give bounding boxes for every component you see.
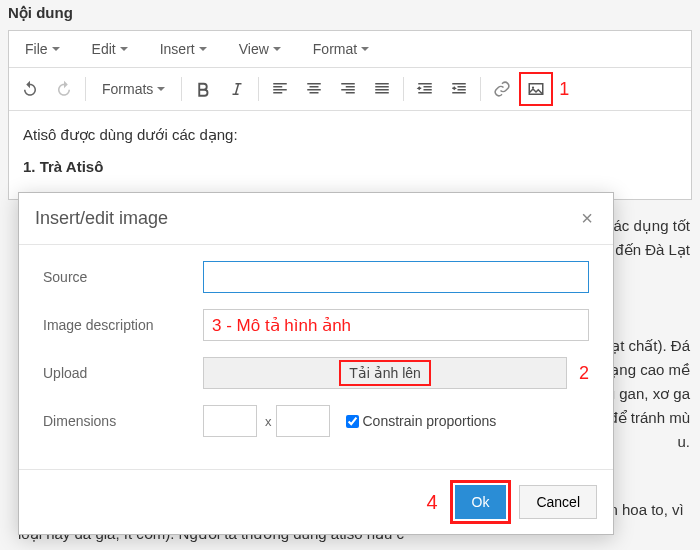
indent-icon [450,80,468,98]
separator [480,77,481,101]
undo-button[interactable] [13,72,47,106]
undo-icon [21,80,39,98]
bold-icon [194,80,212,98]
align-center-icon [305,80,323,98]
italic-button[interactable] [220,72,254,106]
editor-content[interactable]: Atisô được dùng dưới các dạng: 1. Trà At… [9,111,691,199]
indent-button[interactable] [442,72,476,106]
ok-button[interactable]: Ok [455,485,507,519]
menu-view-label: View [239,41,269,57]
image-icon [527,80,545,98]
dialog-footer: 4 Ok Cancel [19,469,613,534]
annotation-2: 2 [579,363,589,384]
toolbar: Formats 1 [9,68,691,111]
separator [403,77,404,101]
align-right-icon [339,80,357,98]
field-title: Nội dung [0,0,700,30]
upload-label: Upload [43,365,203,381]
caret-icon [52,47,60,51]
dimensions-label: Dimensions [43,413,203,429]
insert-image-button[interactable] [519,72,553,106]
formats-dropdown[interactable]: Formats [90,72,177,106]
description-input[interactable]: 3 - Mô tả hình ảnh [203,309,589,341]
link-icon [493,80,511,98]
annotation-4: 4 [426,491,437,514]
upload-button[interactable]: Tải ảnh lên [203,357,567,389]
outdent-icon [416,80,434,98]
editor: File Edit Insert View Format Formats 1 A… [8,30,692,200]
source-input[interactable] [203,261,589,293]
insert-image-dialog: Insert/edit image × Source Image descrip… [18,192,614,535]
menu-view[interactable]: View [223,31,297,67]
dialog-header: Insert/edit image × [19,193,613,245]
content-intro: Atisô được dùng dưới các dạng: [23,123,677,147]
caret-icon [120,47,128,51]
align-justify-button[interactable] [365,72,399,106]
upload-button-label: Tải ảnh lên [339,360,431,386]
cancel-button[interactable]: Cancel [519,485,597,519]
align-justify-icon [373,80,391,98]
separator [258,77,259,101]
bg-line: u. [677,433,690,450]
annotation-1: 1 [559,79,569,100]
separator [181,77,182,101]
menu-insert[interactable]: Insert [144,31,223,67]
content-heading-1: 1. Trà Atisô [23,155,677,179]
italic-icon [228,80,246,98]
source-label: Source [43,269,203,285]
formats-label: Formats [102,81,153,97]
dialog-title: Insert/edit image [35,208,168,229]
redo-icon [55,80,73,98]
link-button[interactable] [485,72,519,106]
menu-file[interactable]: File [9,31,76,67]
x-separator: x [265,414,272,429]
ok-highlight: Ok [450,480,512,524]
redo-button[interactable] [47,72,81,106]
constrain-checkbox[interactable] [346,415,359,428]
bold-button[interactable] [186,72,220,106]
caret-icon [199,47,207,51]
dialog-body: Source Image description 3 - Mô tả hình … [19,245,613,469]
annotation-3: 3 - Mô tả hình ảnh [212,315,351,336]
width-input[interactable] [203,405,257,437]
caret-icon [273,47,281,51]
constrain-label: Constrain proportions [363,413,497,429]
caret-icon [157,87,165,91]
caret-icon [361,47,369,51]
menu-edit-label: Edit [92,41,116,57]
outdent-button[interactable] [408,72,442,106]
menu-insert-label: Insert [160,41,195,57]
menu-edit[interactable]: Edit [76,31,144,67]
align-right-button[interactable] [331,72,365,106]
separator [85,77,86,101]
align-center-button[interactable] [297,72,331,106]
close-button[interactable]: × [577,207,597,230]
align-left-button[interactable] [263,72,297,106]
menu-file-label: File [25,41,48,57]
menubar: File Edit Insert View Format [9,31,691,68]
description-label: Image description [43,317,203,333]
menu-format[interactable]: Format [297,31,385,67]
height-input[interactable] [276,405,330,437]
align-left-icon [271,80,289,98]
menu-format-label: Format [313,41,357,57]
bg-line: dạng cao mề [602,361,690,378]
